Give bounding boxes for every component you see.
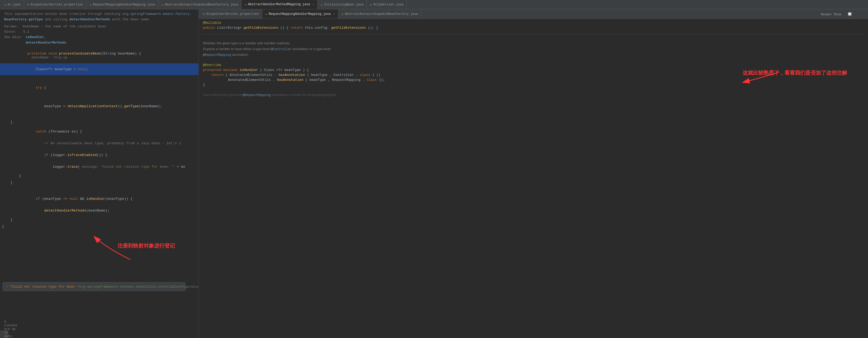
code-line-if-logger: if (logger.isTraceEnabled()) { [0,149,198,161]
right-pane: ⚙ DispatcherServlet.properties ☕ Request… [198,9,868,338]
code-line-beantype: beanType = obtainApplicationContext().ge… [0,100,198,112]
controller-code: @Controller [271,47,291,51]
code-line-blank3 [0,112,198,119]
override-annotation: @Override [203,63,864,67]
is-handler-close: } [203,83,864,87]
tab-abstract-handler[interactable]: ☕ AbstractHandlerMethodMapping.java ✕ [242,0,317,9]
tab-http-servlet[interactable]: ☕ HttpServlet.java [367,0,407,9]
right-tab-close-icon[interactable]: ✕ [334,12,335,15]
tab-er-java[interactable]: ☕ er.java [1,0,24,9]
tab-initializing-bean[interactable]: ☕ InitializingBean.java [317,0,367,9]
return-line1: return ( AnnotatedElementUtils . hasAnno… [203,73,864,77]
see-also-link1[interactable]: isHandler, [26,35,46,39]
right-tab-abstract-autowire[interactable]: ☕ AbstractAutowireCapableBeanFactory.jav… [338,9,422,19]
code-lines: protected void processCandidateBean(Stri… [0,48,198,230]
doc-line1: This implementation avoids bean creation… [4,11,194,17]
code-content: protected void processCandidateBean(Stri… [2,48,198,63]
detect-handler-link[interactable]: detectHandlerMethods [69,18,110,22]
right-doc-line1: Whether the given type is a handler with… [203,40,864,46]
popup-arrow-icon: > [6,285,7,288]
request-mapping-code: @RequestMapping [203,53,231,57]
code-line-if-close: } [0,173,198,179]
main-area: This implementation avoids bean creation… [0,9,868,338]
code-line-blank4 [0,186,198,193]
code-line-if-beantype: if (beanType != null && isHandler(beanTy… [0,193,198,205]
code-line-blank2 [0,94,198,100]
java-file-icon3: ☕ [162,3,163,6]
code-line-try: try { [0,82,198,94]
status-text: d classes are up to date. Nothing to rel… [4,320,17,338]
java-icon-right: ☕ [265,12,267,15]
doc-area: This implementation avoids bean creation… [0,9,198,48]
doc-line2: BeanFactory.getType and calling detectHa… [4,17,194,23]
code-line-highlighted: Class<?> beanType = null; [0,63,198,75]
code-line-try-close: } [0,119,198,126]
status-bar: d classes are up to date. Nothing to rel… [0,331,8,338]
code-line-comment: // An unresolvable bean type, probably f… [0,137,198,149]
tab-close-icon[interactable]: ✕ [313,3,314,6]
tab-dispatcher-properties[interactable]: ⚙ DispatcherServlet.properties [24,0,87,9]
return-line2: AnnotatedElementUtils . hasAnnotation ( … [203,78,864,82]
right-tab-request-mapping[interactable]: ☕ RequestMappingHandlerMapping.java ✕ [262,9,338,19]
right-doc-area: Whether the given type is a handler with… [203,36,864,61]
since-label: Since: [4,30,17,34]
code-line-catch-close: } [0,179,198,186]
tab-request-mapping[interactable]: ☕ RequestMappingHandlerMapping.java [87,0,158,9]
is-handler-sig: protected boolean isHandler ( Class <?> … [203,68,864,72]
doc-params: Params: beanName – the name of the candi… [4,24,194,30]
get-type-link[interactable]: BeanFactory.getType [4,18,43,22]
catch-keyword: catch [36,130,46,134]
code-line-method-sig: protected void processCandidateBean(Stri… [0,48,198,63]
doc-see-also: See Also: isHandler, detectHandlerMethod… [4,35,194,46]
since-value: 5.1 [23,30,29,34]
reader-mode-badge[interactable]: Reader Mode 🔲 [821,11,852,17]
java-file-icon: ☕ [4,3,6,6]
tab-bar: ☕ er.java ⚙ DispatcherServlet.properties… [0,0,868,9]
bean-factory-link[interactable]: org.springframework.beans.factory. [122,12,191,16]
faded-uses-text: Uses method and type-level @RequestMappi… [203,93,864,97]
code-line-method-close: } [0,223,198,230]
right-tab-dispatcher[interactable]: ⚙ DispatcherServlet.properties [200,9,262,19]
popup-tooltip: > "Could not resolve type for bean 'org.… [3,282,185,291]
right-doc-line3: @RequestMapping annotation. [203,52,864,58]
code-editor-left: protected void processCandidateBean(Stri… [0,48,198,338]
properties-file-icon: ⚙ [27,3,29,6]
params-value: beanName – the name of the candidate bea… [23,25,106,28]
java-icon-right2: ☕ [342,12,343,15]
see-also-link2[interactable]: detectHandlerMethods [26,41,66,44]
code-content-highlighted: Class<?> beanType = null; [2,63,198,75]
java-file-icon6: ☕ [370,3,372,6]
code-line-logger-trace: logger.trace( message: "Could not resolv… [0,161,198,173]
properties-icon: ⚙ [203,12,205,15]
right-doc-line2: Expects a handler to have either a type-… [203,46,864,52]
left-pane: This implementation avoids bean creation… [0,9,198,338]
doc-since: Since: 5.1 [4,29,194,35]
java-file-icon2: ☕ [90,3,91,6]
code-line-catch: catch (Throwable ex) { [0,126,198,137]
see-also-label: See Also: [4,35,23,39]
code-line-if-close2: } [0,216,198,223]
right-code-area: @Nullable public List<String> getFileExt… [199,19,868,338]
right-tab-bar: ⚙ DispatcherServlet.properties ☕ Request… [199,9,868,19]
java-file-icon4: ☕ [245,3,247,6]
popup-text: "Could not resolve type for bean 'org.sp… [10,285,198,289]
code-line-blank1 [0,75,198,82]
code-line-detect: detectHandlerMethods(beanName); [0,205,198,216]
nullable-annotation: @Nullable [203,21,864,25]
java-file-icon5: ☕ [321,3,322,6]
get-file-extensions-line: public List<String> getFileExtensions ()… [203,26,864,30]
tab-abstract-autowire[interactable]: ☕ AbstractAutowireCapableBeanFactory.jav… [158,0,242,9]
params-label: Params: [4,25,19,28]
